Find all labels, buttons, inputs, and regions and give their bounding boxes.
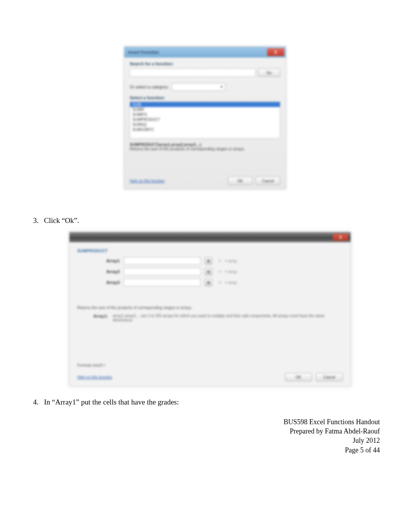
go-button[interactable]: Go <box>258 68 280 77</box>
equals-icon: = <box>219 269 221 274</box>
footer-line: Prepared by Fatma Abdel-Raouf <box>284 427 380 436</box>
dialog-title: Insert Function <box>128 50 159 54</box>
step-4: 4. In “Array1” put the cells that have t… <box>31 398 379 406</box>
category-label: Or select a category: <box>130 85 169 89</box>
argument-row: Array1 ▦ = = array <box>77 257 343 265</box>
cancel-button[interactable]: Cancel <box>316 373 343 381</box>
array2-input[interactable] <box>124 268 201 275</box>
step-text: Click “Ok”. <box>44 216 379 225</box>
search-label: Search for a function: <box>130 61 280 66</box>
step-3: 3. Click “Ok”. <box>31 216 379 225</box>
step-number: 4. <box>31 398 44 406</box>
help-link[interactable]: Help on this function <box>130 179 165 183</box>
function-arguments-dialog: X SUMPRODUCT Array1 ▦ = = array Array2 ▦… <box>69 232 351 386</box>
step-text: In “Array1” put the cells that have the … <box>44 398 379 406</box>
list-item[interactable]: SUM <box>130 102 280 107</box>
function-name: SUMPRODUCT <box>77 248 343 253</box>
dialog-titlebar: Insert Function X <box>124 47 286 58</box>
list-item[interactable]: SUMX2MY2 <box>130 127 280 132</box>
array1-input[interactable] <box>124 257 201 265</box>
argument-hint: = array <box>225 280 237 285</box>
category-select[interactable]: ▼ <box>171 83 225 91</box>
list-item[interactable]: SUMSQ <box>130 122 280 127</box>
dialog-titlebar: X <box>69 232 351 242</box>
close-button[interactable]: X <box>333 234 348 241</box>
argument-hint: = array <box>225 259 237 263</box>
function-description: SUMPRODUCT(array1,array2,array3,...) Ret… <box>130 143 280 151</box>
equals-icon: = <box>219 258 221 263</box>
formula-result: Formula result = <box>77 363 105 367</box>
function-list[interactable]: SUM SUMIF SUMIFS SUMPRODUCT SUMSQ SUMX2M… <box>130 102 280 139</box>
argument-row: Array2 ▦ = = array <box>77 268 343 275</box>
chevron-down-icon: ▼ <box>220 85 224 89</box>
cancel-button[interactable]: Cancel <box>256 177 280 185</box>
footer-line: July 2012 <box>284 436 380 445</box>
insert-function-dialog: Insert Function X Search for a function:… <box>124 46 286 189</box>
list-item[interactable]: SUMIF <box>130 107 280 112</box>
equals-icon: = <box>219 280 221 285</box>
argument-label: Array1 <box>77 258 120 263</box>
argument-desc-label: Array1: <box>77 314 108 322</box>
function-desc-text: Returns the sum of the products of corre… <box>130 147 245 151</box>
function-description: Returns the sum of the products of corre… <box>77 306 343 310</box>
argument-desc-text: array1,array2,... are 2 to 255 arrays fo… <box>113 314 343 322</box>
argument-description: Array1: array1,array2,... are 2 to 255 a… <box>77 314 343 322</box>
function-list-label: Select a function: <box>130 95 280 100</box>
argument-hint: = array <box>225 270 237 274</box>
argument-label: Array2 <box>77 269 120 274</box>
footer-line: Page 5 of 44 <box>284 445 380 455</box>
range-selector-icon[interactable]: ▦ <box>205 279 212 286</box>
list-item[interactable]: SUMPRODUCT <box>130 117 280 122</box>
document-footer: BUS598 Excel Functions Handout Prepared … <box>284 417 380 455</box>
ok-button[interactable]: OK <box>228 177 252 185</box>
step-number: 3. <box>31 216 44 225</box>
range-selector-icon[interactable]: ▦ <box>205 268 212 275</box>
help-link[interactable]: Help on this function <box>77 375 112 379</box>
argument-label: Array3 <box>77 280 120 285</box>
argument-row: Array3 ▦ = = array <box>77 279 343 286</box>
range-selector-icon[interactable]: ▦ <box>205 257 212 265</box>
close-button[interactable]: X <box>267 48 284 56</box>
array3-input[interactable] <box>124 279 201 286</box>
search-input[interactable] <box>130 68 256 77</box>
function-signature: SUMPRODUCT(array1,array2,array3,...) <box>130 143 201 147</box>
ok-button[interactable]: OK <box>285 373 312 381</box>
list-item[interactable]: SUMIFS <box>130 112 280 117</box>
footer-line: BUS598 Excel Functions Handout <box>284 417 380 427</box>
